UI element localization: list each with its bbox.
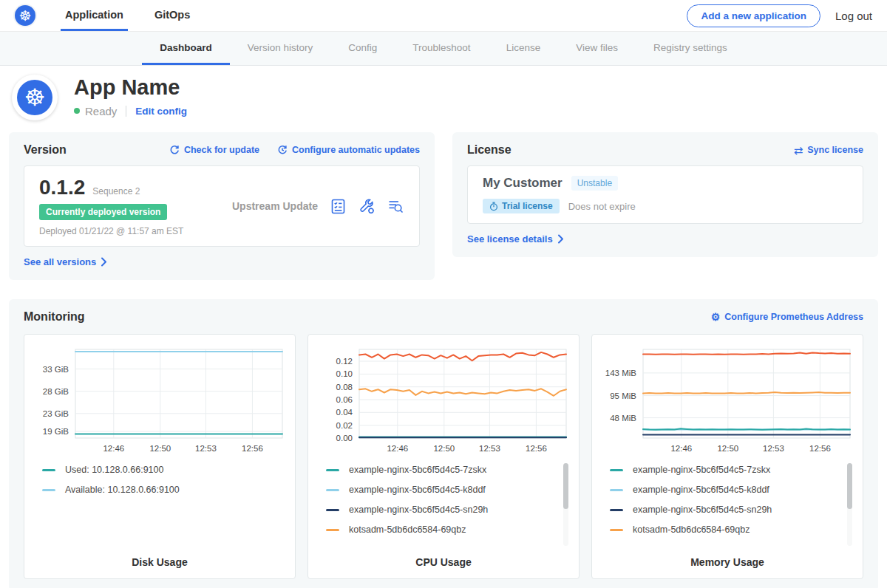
disk-usage-chart: 12:4612:5012:5312:5633 GiB28 GiB23 GiB19… bbox=[33, 343, 286, 456]
refresh-icon bbox=[169, 145, 180, 155]
tab-license[interactable]: License bbox=[489, 32, 559, 65]
legend-item: example-nginx-5bc6f5d4c5-k8ddf bbox=[610, 485, 854, 495]
legend-swatch bbox=[326, 489, 339, 491]
legend-scrollbar-thumb[interactable] bbox=[563, 463, 568, 509]
legend-label: Available: 10.128.0.66:9100 bbox=[65, 485, 180, 495]
disk-usage-legend: Used: 10.128.0.66:9100Available: 10.128.… bbox=[33, 465, 286, 552]
svg-text:33 GiB: 33 GiB bbox=[43, 365, 69, 374]
tab-version-history[interactable]: Version history bbox=[230, 32, 331, 65]
legend-label: example-nginx-5bc6f5d4c5-k8ddf bbox=[633, 485, 769, 495]
svg-text:0.06: 0.06 bbox=[336, 395, 353, 404]
legend-item: Available: 10.128.0.66:9100 bbox=[42, 485, 286, 495]
tab-registry-settings[interactable]: Registry settings bbox=[636, 32, 745, 65]
trial-license-badge: Trial license bbox=[483, 199, 560, 213]
brand-logo[interactable]: ☸ bbox=[15, 0, 35, 31]
svg-text:12:56: 12:56 bbox=[242, 444, 263, 453]
customer-name: My Customer bbox=[483, 176, 563, 191]
svg-text:19 GiB: 19 GiB bbox=[43, 427, 69, 436]
app-header: ☸ App Name Ready Edit config bbox=[0, 66, 887, 132]
memory-usage-card: 12:4612:5012:5312:56143 MiB95 MiB48 MiB … bbox=[591, 334, 863, 579]
svg-text:12:50: 12:50 bbox=[433, 444, 455, 453]
kubernetes-app-icon: ☸ bbox=[17, 80, 52, 115]
see-all-versions-label: See all versions bbox=[24, 256, 96, 267]
top-tab-gitops-label: GitOps bbox=[154, 9, 190, 21]
legend-swatch bbox=[42, 489, 55, 491]
cpu-usage-chart: 12:4612:5012:5312:560.120.100.080.060.04… bbox=[317, 343, 570, 456]
legend-swatch bbox=[610, 529, 623, 531]
legend-label: example-nginx-5bc6f5d4c5-7zskx bbox=[633, 465, 770, 475]
gear-icon: ⚙ bbox=[711, 312, 721, 322]
legend-item: example-nginx-5bc6f5d4c5-7zskx bbox=[326, 465, 570, 475]
see-all-versions-link[interactable]: See all versions bbox=[24, 256, 107, 267]
top-tab-application[interactable]: Application bbox=[61, 0, 128, 31]
legend-swatch bbox=[42, 469, 55, 471]
sync-arrows-icon: ⇄ bbox=[794, 145, 803, 156]
legend-label: Used: 10.128.0.66:9100 bbox=[65, 465, 163, 475]
legend-item: example-nginx-5bc6f5d4c5-k8ddf bbox=[326, 485, 570, 495]
license-panel-title: License bbox=[467, 143, 512, 157]
sync-license-link[interactable]: ⇄ Sync license bbox=[794, 145, 863, 156]
configure-prometheus-label: Configure Prometheus Address bbox=[724, 312, 863, 322]
svg-text:0.02: 0.02 bbox=[336, 421, 353, 430]
chart-title-memory: Memory Usage bbox=[601, 552, 854, 568]
svg-text:12:50: 12:50 bbox=[717, 444, 738, 453]
add-new-application-button[interactable]: Add a new application bbox=[687, 4, 820, 27]
sync-license-label: Sync license bbox=[807, 145, 863, 155]
chart-title-cpu: CPU Usage bbox=[317, 552, 570, 568]
legend-label: example-nginx-5bc6f5d4c5-sn29h bbox=[633, 505, 772, 515]
svg-text:12:56: 12:56 bbox=[809, 444, 831, 453]
tab-troubleshoot[interactable]: Troubleshoot bbox=[395, 32, 488, 65]
svg-text:95 MiB: 95 MiB bbox=[610, 392, 636, 400]
svg-text:143 MiB: 143 MiB bbox=[605, 369, 637, 377]
kubernetes-logo-icon: ☸ bbox=[15, 5, 35, 26]
legend-item: example-nginx-5bc6f5d4c5-sn29h bbox=[326, 505, 570, 515]
svg-text:48 MiB: 48 MiB bbox=[610, 414, 636, 423]
preflight-checks-icon[interactable] bbox=[330, 198, 347, 215]
check-for-update-label: Check for update bbox=[184, 145, 259, 155]
version-number: 0.1.2 bbox=[39, 176, 85, 199]
svg-text:12:53: 12:53 bbox=[195, 444, 217, 453]
check-for-update-link[interactable]: Check for update bbox=[169, 145, 259, 155]
chevron-right-icon bbox=[557, 234, 564, 244]
legend-item: kotsadm-5db6dc6584-69qbz bbox=[610, 524, 854, 535]
tab-dashboard-label: Dashboard bbox=[160, 42, 212, 53]
svg-text:12:46: 12:46 bbox=[670, 444, 692, 453]
svg-text:12:46: 12:46 bbox=[387, 444, 408, 453]
app-avatar: ☸ bbox=[12, 75, 58, 120]
status-ready-dot bbox=[74, 108, 80, 114]
legend-swatch bbox=[326, 509, 339, 511]
see-license-details-label: See license details bbox=[467, 233, 553, 245]
legend-label: example-nginx-5bc6f5d4c5-k8ddf bbox=[349, 485, 486, 495]
config-wrench-icon[interactable] bbox=[358, 198, 375, 215]
memory-usage-legend: example-nginx-5bc6f5d4c5-7zskxexample-ng… bbox=[601, 465, 854, 552]
legend-item: example-nginx-5bc6f5d4c5-sn29h bbox=[610, 505, 854, 515]
logout-button[interactable]: Log out bbox=[835, 10, 872, 22]
tab-troubleshoot-label: Troubleshoot bbox=[412, 42, 470, 53]
deploy-logs-icon[interactable] bbox=[387, 198, 404, 215]
edit-config-link[interactable]: Edit config bbox=[135, 106, 187, 117]
trial-license-label: Trial license bbox=[502, 201, 553, 211]
svg-text:12:56: 12:56 bbox=[526, 444, 547, 453]
tab-dashboard[interactable]: Dashboard bbox=[142, 32, 230, 65]
disk-usage-card: 12:4612:5012:5312:5633 GiB28 GiB23 GiB19… bbox=[24, 334, 296, 579]
legend-label: kotsadm-5db6dc6584-69qbz bbox=[633, 524, 750, 535]
deployed-timestamp: Deployed 01/21/22 @ 11:57 am EST bbox=[39, 226, 228, 236]
configure-prometheus-link[interactable]: ⚙ Configure Prometheus Address bbox=[711, 312, 863, 322]
memory-usage-chart: 12:4612:5012:5312:56143 MiB95 MiB48 MiB bbox=[601, 343, 854, 456]
stopwatch-icon bbox=[489, 202, 498, 211]
legend-label: example-nginx-5bc6f5d4c5-7zskx bbox=[349, 465, 486, 475]
legend-scrollbar-thumb[interactable] bbox=[847, 463, 852, 509]
legend-swatch bbox=[326, 529, 339, 531]
tab-registry-settings-label: Registry settings bbox=[653, 42, 727, 53]
deployed-version-badge: Currently deployed version bbox=[39, 204, 167, 220]
tab-config[interactable]: Config bbox=[330, 32, 395, 65]
svg-text:12:46: 12:46 bbox=[103, 444, 124, 453]
tab-license-label: License bbox=[506, 42, 541, 53]
legend-scrollbar-track[interactable] bbox=[847, 463, 852, 546]
legend-scrollbar-track[interactable] bbox=[563, 463, 568, 546]
top-tab-gitops[interactable]: GitOps bbox=[150, 0, 194, 31]
see-license-details-link[interactable]: See license details bbox=[467, 233, 564, 245]
configure-automatic-updates-label: Configure automatic updates bbox=[292, 145, 420, 155]
configure-automatic-updates-link[interactable]: Configure automatic updates bbox=[277, 145, 420, 155]
tab-view-files[interactable]: View files bbox=[558, 32, 636, 65]
